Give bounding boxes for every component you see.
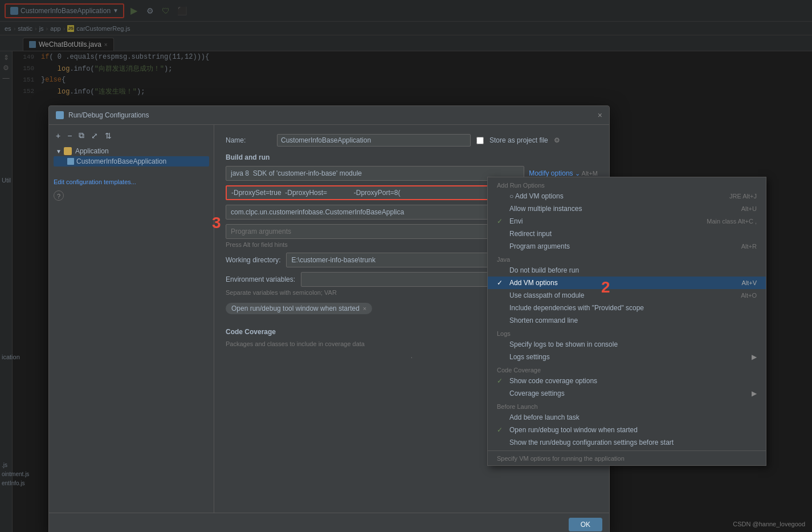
ok-button[interactable]: OK [569,518,602,531]
logs-settings-arrow: ▶ [752,353,757,361]
menu-separator [488,450,766,451]
annotation-3: 3 [212,214,221,232]
menu-item-specify-logs[interactable]: Specify logs to be shown in console [488,338,766,351]
menu-section-java: Java [488,253,766,264]
menu-item-add-before-launch[interactable]: Add before launch task [488,411,766,424]
menu-item-redirect-input[interactable]: Redirect input [488,228,766,240]
dialog-titlebar: Run/Debug Configurations × [49,106,609,125]
menu-item-use-classpath[interactable]: Use classpath of module Alt+O [488,289,766,302]
menu-section-add-run-options: Add Run Options [488,178,766,190]
sidebar-tree-customer-app[interactable]: CustomerInfoBaseApplication [54,156,209,166]
store-project-label: Store as project file [489,136,548,144]
dialog-close-button[interactable]: × [598,111,602,120]
menu-item-include-deps[interactable]: Include dependencies with "Provided" sco… [488,302,766,314]
customer-app-label: CustomerInfoBaseApplication [76,157,166,165]
open-run-debug-tag[interactable]: Open run/debug tool window when started … [226,303,372,314]
env-vars-label: Environment variables: [226,275,295,283]
menu-item-show-coverage[interactable]: ✓ Show code coverage options [488,375,766,387]
menu-item-allow-multiple[interactable]: Allow multiple instances Alt+U [488,202,766,215]
name-row: Name: Store as project file ⚙ [226,134,598,147]
sidebar-tree-application[interactable]: ▼ Application [54,146,209,156]
menu-section-logs: Logs [488,327,766,338]
menu-item-open-run-debug-window[interactable]: ✓ Open run/debug tool window when starte… [488,424,766,436]
help-icon-container[interactable]: ? [54,190,209,201]
sidebar-add-btn[interactable]: + [54,130,63,141]
folder-icon [64,147,72,155]
sidebar-sort-btn[interactable]: ⇅ [103,130,114,141]
working-dir-label: Working directory: [226,256,280,264]
name-input[interactable] [277,134,471,147]
dialog-footer: OK [49,513,609,532]
app-config-icon [67,158,74,165]
menu-item-add-vm-options-highlighted[interactable]: ✓ Add VM options Alt+V [488,277,766,289]
watermark: CSDN @hanne_lovegood [733,521,805,527]
menu-item-do-not-build[interactable]: Do not build before run [488,264,766,277]
sidebar-remove-btn[interactable]: − [65,130,74,141]
menu-item-coverage-settings[interactable]: Coverage settings ▶ [488,387,766,400]
java-sdk-input[interactable] [226,166,524,181]
sidebar-move-btn[interactable]: ⤢ [89,130,100,141]
gear-settings-icon[interactable]: ⚙ [554,136,560,144]
menu-section-code-coverage: Code Coverage [488,363,766,375]
menu-footer-text: Specify VM options for running the appli… [488,453,766,464]
dialog-title-icon [56,111,64,119]
build-run-title: Build and run [226,153,598,161]
annotation-2: 2 [601,278,610,297]
modify-options-btn[interactable]: Modify options ⌄ Alt+M [529,169,598,177]
dialog-sidebar: + − ⧉ ⤢ ⇅ ▼ Application CustomerInfoBase… [49,125,214,513]
coverage-settings-arrow: ▶ [752,389,757,397]
dropdown-menu: Add Run Options ○ Add VM options JRE Alt… [487,177,766,466]
open-run-close-btn[interactable]: × [363,305,366,312]
menu-item-environment[interactable]: ✓ Envi Main class Alt+C , [488,215,766,228]
menu-section-before-launch: Before Launch [488,400,766,411]
menu-item-add-vm-options-jre[interactable]: ○ Add VM options JRE Alt+J [488,190,766,202]
menu-item-program-args[interactable]: Program arguments Alt+R [488,240,766,253]
name-label: Name: [226,136,271,144]
store-project-checkbox[interactable] [476,137,484,144]
menu-item-logs-settings[interactable]: Logs settings ▶ [488,351,766,363]
sidebar-copy-btn[interactable]: ⧉ [76,129,87,141]
application-label: Application [75,147,109,155]
help-icon[interactable]: ? [54,190,64,201]
menu-item-show-settings-before-start[interactable]: Show the run/debug configuration setting… [488,436,766,449]
open-run-label: Open run/debug tool window when started [231,304,360,312]
dialog-title-text: Run/Debug Configurations [68,111,593,119]
edit-templates-link[interactable]: Edit configuration templates... [54,166,209,186]
tree-expand-icon: ▼ [56,148,62,155]
menu-item-shorten-cmd[interactable]: Shorten command line [488,314,766,327]
sidebar-toolbar: + − ⧉ ⤢ ⇅ [54,129,209,141]
